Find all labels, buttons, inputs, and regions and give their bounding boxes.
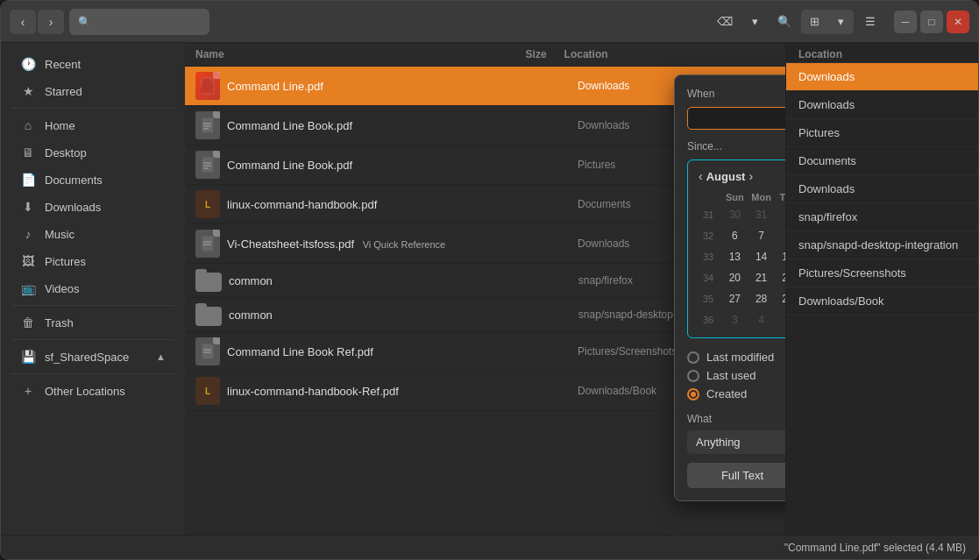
main-window: ‹ › 🔍 Co ⌫ ▾ 🔍 ⊞ ▾ ☰ ─ □ ✕: [0, 0, 979, 560]
radio-label-last-modified: Last modified: [706, 351, 774, 364]
when-input[interactable]: [695, 112, 785, 125]
sidebar-label-downloads: Downloads: [45, 201, 101, 214]
calendar-day[interactable]: 13: [721, 246, 748, 267]
right-panel-item[interactable]: Downloads: [786, 91, 978, 119]
calendar-day[interactable]: 27: [721, 288, 748, 309]
music-icon: ♪: [20, 227, 36, 241]
search-small-icon: 🔍: [78, 16, 91, 28]
what-dropdown[interactable]: Anything ▾: [687, 430, 785, 454]
view-dropdown-button[interactable]: ▾: [827, 10, 854, 34]
sidebar-item-starred[interactable]: ★ Starred: [6, 78, 180, 104]
sidebar-item-shared[interactable]: 💾 sf_SharedSpace ▲: [6, 344, 180, 370]
minimize-button[interactable]: ─: [894, 11, 917, 33]
search-input[interactable]: Co: [96, 15, 201, 28]
search-bar[interactable]: 🔍 Co: [69, 9, 209, 35]
sidebar-item-videos[interactable]: 📺 Videos: [6, 275, 180, 301]
documents-icon: 📄: [20, 173, 36, 187]
right-panel-item[interactable]: Downloads: [786, 63, 978, 91]
search-button[interactable]: 🔍: [771, 10, 798, 34]
pdf-file-icon: L: [195, 377, 220, 405]
calendar-day[interactable]: 8: [775, 225, 785, 246]
sidebar-item-recent[interactable]: 🕐 Recent: [6, 51, 180, 77]
sidebar-item-desktop[interactable]: 🖥 Desktop: [6, 139, 180, 166]
radio-label-created: Created: [706, 387, 747, 401]
calendar-day[interactable]: 28: [748, 288, 775, 309]
radio-circle-last-used: [687, 370, 699, 382]
full-text-button[interactable]: Full Text: [687, 463, 785, 488]
sidebar-item-pictures[interactable]: 🖼 Pictures: [6, 248, 180, 274]
radio-last-modified[interactable]: Last modified: [687, 351, 785, 364]
right-panel-item[interactable]: Downloads: [786, 175, 978, 203]
sidebar-item-trash[interactable]: 🗑 Trash: [6, 309, 180, 336]
right-panel-item[interactable]: Pictures/Screenshots: [786, 259, 978, 287]
sun-header: Sun: [721, 190, 748, 204]
calendar-day[interactable]: 31: [748, 204, 775, 225]
close-button[interactable]: ✕: [947, 11, 969, 33]
calendar-day[interactable]: 7: [748, 225, 775, 246]
calendar-month: August: [706, 170, 746, 183]
sidebar-label-pictures: Pictures: [45, 255, 86, 268]
list-view-button[interactable]: ☰: [857, 10, 883, 34]
radio-created[interactable]: Created: [687, 387, 785, 401]
status-text: "Command Line.pdf" selected (4.4 MB): [784, 542, 966, 554]
calendar-day[interactable]: 14: [748, 246, 775, 267]
calendar-day[interactable]: 30: [721, 204, 748, 225]
col-header-name: Name: [195, 48, 477, 60]
right-panel-item[interactable]: Pictures: [786, 119, 978, 147]
sidebar-label-music: Music: [45, 228, 74, 241]
folder-icon: [195, 303, 222, 326]
right-panel-item[interactable]: Downloads/Book: [786, 287, 978, 315]
right-panel-item[interactable]: snap/firefox: [786, 203, 978, 231]
calendar: ‹ August › ‹ 2023 › Sun Mon: [687, 159, 785, 338]
month-next-button[interactable]: ›: [745, 167, 756, 185]
eject-icon: ▲: [156, 351, 166, 362]
right-panel-item[interactable]: snap/snapd-desktop-integration: [786, 231, 978, 259]
calendar-day[interactable]: 29: [775, 288, 785, 309]
since-label: Since...: [687, 140, 785, 152]
what-value: Anything: [696, 436, 741, 449]
sidebar-item-other[interactable]: + Other Locations: [6, 378, 180, 404]
sidebar-item-music[interactable]: ♪ Music: [6, 221, 180, 247]
calendar-day[interactable]: 6: [721, 225, 748, 246]
svg-rect-13: [202, 344, 214, 359]
calendar-day[interactable]: 20: [721, 267, 748, 288]
file-list-area: Name Size Location Command Line.pdf: [185, 43, 785, 535]
search-popup: When ☰ Since... ‹ August › ‹ 2023 ›: [674, 74, 785, 501]
calendar-day[interactable]: 21: [748, 267, 775, 288]
tue-header: Tue: [775, 190, 785, 204]
when-input-row[interactable]: ☰: [687, 107, 785, 130]
file-name: Command Line Book Ref.pdf: [227, 345, 490, 358]
calendar-day[interactable]: 5: [775, 309, 785, 330]
sidebar-divider-2: [11, 305, 174, 306]
radio-label-last-used: Last used: [706, 369, 756, 382]
sidebar-item-home[interactable]: ⌂ Home: [6, 112, 180, 138]
forward-button[interactable]: ›: [38, 10, 64, 34]
week-number: 36: [695, 309, 721, 330]
back-button[interactable]: ‹: [10, 10, 36, 34]
mon-header: Mon: [748, 190, 775, 204]
pdf-file-icon: [195, 337, 220, 365]
pdf-file-icon: [195, 151, 220, 179]
calendar-day[interactable]: 1: [775, 204, 785, 225]
file-name: Command Line.pdf: [227, 80, 490, 93]
radio-circle-created: [687, 388, 699, 401]
sidebar-divider-4: [11, 373, 174, 374]
grid-view-button[interactable]: ⊞: [801, 10, 827, 34]
maximize-button[interactable]: □: [920, 11, 943, 33]
clear-search-button[interactable]: ⌫: [712, 10, 738, 34]
sidebar-item-downloads[interactable]: ⬇ Downloads: [6, 194, 180, 220]
month-prev-button[interactable]: ‹: [695, 167, 706, 185]
col-header-size: Size: [477, 48, 547, 60]
radio-last-used[interactable]: Last used: [687, 369, 785, 382]
search-dropdown-button[interactable]: ▾: [741, 10, 768, 34]
right-panel-item[interactable]: Documents: [786, 147, 978, 175]
sidebar-label-trash: Trash: [45, 316, 74, 330]
statusbar: "Command Line.pdf" selected (4.4 MB): [1, 535, 978, 559]
main-content: 🕐 Recent ★ Starred ⌂ Home 🖥 Desktop 📄 Do…: [1, 43, 978, 535]
calendar-day[interactable]: 15: [775, 246, 785, 267]
calendar-day[interactable]: 22: [775, 267, 785, 288]
calendar-day[interactable]: 4: [748, 309, 775, 330]
shared-icon: 💾: [20, 350, 36, 364]
calendar-day[interactable]: 3: [721, 309, 748, 330]
sidebar-item-documents[interactable]: 📄 Documents: [6, 167, 180, 193]
